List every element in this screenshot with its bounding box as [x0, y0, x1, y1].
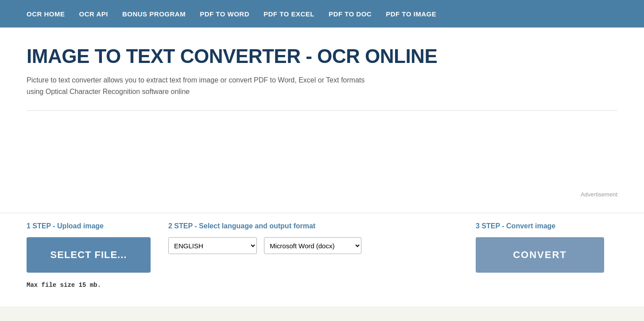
- nav-item-ocr-api[interactable]: OCR API: [79, 10, 108, 18]
- select-file-button[interactable]: SELECT FILE...: [27, 237, 151, 273]
- description-line1: Picture to text converter allows you to …: [27, 76, 365, 84]
- steps-section: 1 STEP - Upload image SELECT FILE... Max…: [0, 213, 644, 306]
- step-2-label: 2 STEP - Select language and output form…: [168, 222, 458, 230]
- language-select[interactable]: ENGLISHFRENCHGERMANSPANISHITALIANPORTUGU…: [168, 237, 257, 254]
- nav-item-pdf-to-image[interactable]: PDF TO IMAGE: [386, 10, 436, 18]
- nav-item-pdf-to-word[interactable]: PDF TO WORD: [200, 10, 249, 18]
- ad-area: Advertisement: [27, 120, 617, 200]
- step-3-label: 3 STEP - Convert image: [476, 222, 617, 230]
- format-select[interactable]: Microsoft Word (docx)Adobe PDF (pdf)Plai…: [264, 237, 361, 254]
- nav-item-bonus-program[interactable]: BONUS PROGRAM: [122, 10, 186, 18]
- navbar: OCR HOMEOCR APIBONUS PROGRAMPDF TO WORDP…: [0, 0, 644, 27]
- nav-item-pdf-to-doc[interactable]: PDF TO DOC: [329, 10, 372, 18]
- convert-button[interactable]: CONVERT: [476, 237, 604, 273]
- page-title: IMAGE TO TEXT CONVERTER - OCR ONLINE: [27, 45, 617, 67]
- language-format-wrapper: ENGLISHFRENCHGERMANSPANISHITALIANPORTUGU…: [168, 237, 458, 254]
- step-1-label: 1 STEP - Upload image: [27, 222, 151, 230]
- description-line2: using Optical Character Recognition soft…: [27, 88, 190, 95]
- max-file-size-label: Max file size 15 mb.: [27, 280, 151, 289]
- page-description: Picture to text converter allows you to …: [27, 74, 425, 97]
- divider: [27, 110, 617, 111]
- main-content: IMAGE TO TEXT CONVERTER - OCR ONLINE Pic…: [0, 27, 644, 213]
- nav-item-ocr-home[interactable]: OCR HOME: [27, 10, 65, 18]
- steps-row: 1 STEP - Upload image SELECT FILE... Max…: [27, 213, 617, 289]
- step-1-column: 1 STEP - Upload image SELECT FILE... Max…: [27, 222, 168, 289]
- advertisement-label: Advertisement: [581, 191, 617, 198]
- nav-item-pdf-to-excel[interactable]: PDF TO EXCEL: [264, 10, 314, 18]
- step-2-column: 2 STEP - Select language and output form…: [168, 222, 476, 254]
- step-3-column: 3 STEP - Convert image CONVERT: [476, 222, 617, 273]
